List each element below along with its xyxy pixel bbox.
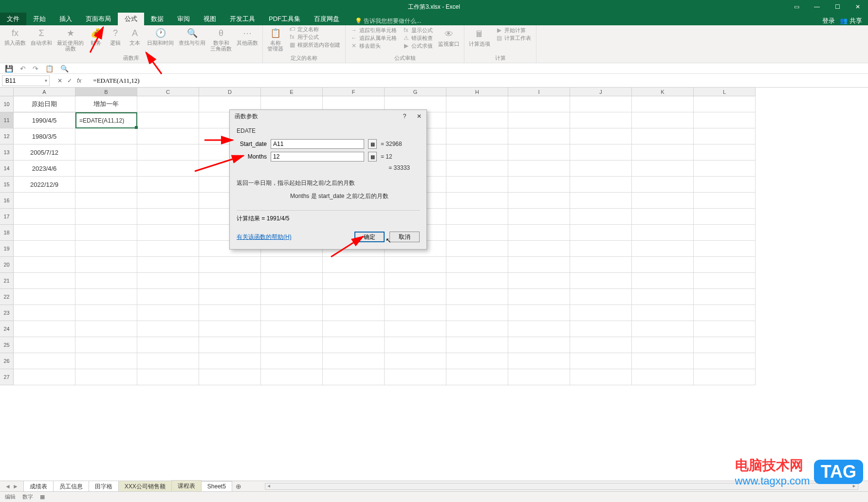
cell[interactable] <box>694 225 756 241</box>
cell[interactable] <box>694 353 756 369</box>
sheet-tab[interactable]: 员工信息 <box>53 481 89 492</box>
trace-dependents-button[interactable]: ←追踪从属单元格 <box>349 34 399 42</box>
cell[interactable] <box>137 177 199 193</box>
row-header[interactable]: 10 <box>0 96 14 112</box>
cell[interactable] <box>75 353 137 369</box>
cell[interactable] <box>261 257 323 273</box>
cell[interactable] <box>570 273 632 289</box>
cell[interactable] <box>632 128 694 144</box>
arg1-ref-icon[interactable]: ▦ <box>368 139 377 149</box>
cell[interactable] <box>385 305 446 321</box>
cell[interactable] <box>385 337 446 353</box>
cell[interactable] <box>508 112 570 128</box>
cell[interactable] <box>446 209 508 225</box>
row-header[interactable]: 18 <box>0 225 14 241</box>
close-button[interactable]: ✕ <box>848 0 868 14</box>
financial-button[interactable]: 💰财务 <box>87 25 105 48</box>
cell[interactable] <box>632 241 694 257</box>
cell[interactable] <box>14 305 75 321</box>
tab-home[interactable]: 开始 <box>26 13 53 25</box>
cell[interactable] <box>199 353 261 369</box>
sheet-tab[interactable]: Sheet5 <box>201 481 232 491</box>
column-header[interactable]: F <box>323 88 385 96</box>
cell[interactable] <box>14 337 75 353</box>
arg2-input[interactable] <box>271 152 364 161</box>
calc-now-button[interactable]: ▶开始计算 <box>494 26 533 34</box>
row-header[interactable]: 14 <box>0 161 14 177</box>
enter-formula-icon[interactable]: ✓ <box>67 77 72 84</box>
cell[interactable] <box>632 209 694 225</box>
cell[interactable] <box>694 96 756 112</box>
tab-review[interactable]: 审阅 <box>170 13 197 25</box>
cell[interactable] <box>632 305 694 321</box>
cell[interactable]: 1980/3/5 <box>14 128 75 144</box>
name-box[interactable]: B11 <box>2 75 50 86</box>
cell[interactable] <box>75 321 137 337</box>
cell[interactable] <box>694 241 756 257</box>
cell[interactable] <box>446 112 508 128</box>
qa-icon[interactable]: 📋 <box>45 65 54 72</box>
cell[interactable] <box>508 353 570 369</box>
cell[interactable] <box>570 177 632 193</box>
tab-insert[interactable]: 插入 <box>53 13 79 25</box>
cell[interactable]: 2022/12/9 <box>14 177 75 193</box>
cell[interactable] <box>199 337 261 353</box>
lookup-button[interactable]: 🔍查找与引用 <box>177 25 207 48</box>
calc-options-button[interactable]: 🖩计算选项 <box>467 26 492 49</box>
cell[interactable] <box>137 337 199 353</box>
column-header[interactable]: G <box>385 88 446 96</box>
cell[interactable] <box>508 96 570 112</box>
qa-icon2[interactable]: 🔍 <box>60 65 69 72</box>
cell[interactable] <box>75 193 137 209</box>
cell[interactable] <box>385 289 446 305</box>
cell[interactable] <box>570 161 632 177</box>
cell[interactable] <box>446 193 508 209</box>
cell[interactable] <box>261 305 323 321</box>
cell[interactable] <box>446 305 508 321</box>
cell[interactable]: 2023/4/6 <box>14 161 75 177</box>
cell[interactable] <box>14 209 75 225</box>
column-header[interactable]: D <box>199 88 261 96</box>
cell[interactable] <box>632 193 694 209</box>
cell[interactable] <box>137 257 199 273</box>
formula-input[interactable]: =EDATE(A11,12) <box>89 75 868 86</box>
add-sheet-button[interactable]: ⊕ <box>232 483 245 490</box>
remove-arrows-button[interactable]: ✕移去箭头 <box>349 42 399 50</box>
column-header[interactable]: A <box>14 88 75 96</box>
cell[interactable] <box>323 273 385 289</box>
cell[interactable] <box>570 193 632 209</box>
cell[interactable] <box>385 321 446 337</box>
cell[interactable] <box>261 273 323 289</box>
cell[interactable] <box>323 289 385 305</box>
cell[interactable]: =EDATE(A11,12) <box>75 112 137 128</box>
cell[interactable] <box>199 257 261 273</box>
cell[interactable] <box>508 225 570 241</box>
row-header[interactable]: 15 <box>0 177 14 193</box>
cell[interactable] <box>632 161 694 177</box>
cell[interactable] <box>508 177 570 193</box>
arg1-input[interactable] <box>271 139 364 149</box>
redo-icon[interactable]: ↷ <box>33 65 38 72</box>
cell[interactable] <box>137 128 199 144</box>
column-header[interactable]: I <box>508 88 570 96</box>
cell[interactable] <box>75 177 137 193</box>
help-link[interactable]: 有关该函数的帮助(H) <box>237 233 292 241</box>
cell[interactable] <box>508 273 570 289</box>
column-header[interactable]: B <box>75 88 137 96</box>
evaluate-formula-button[interactable]: ▶公式求值 <box>401 42 435 50</box>
cell[interactable] <box>75 273 137 289</box>
cell[interactable] <box>446 225 508 241</box>
cell[interactable] <box>508 289 570 305</box>
cell[interactable] <box>570 305 632 321</box>
tab-dev[interactable]: 开发工具 <box>223 13 262 25</box>
watch-window-button[interactable]: 👁监视窗口 <box>437 26 461 49</box>
cell[interactable] <box>508 257 570 273</box>
cell[interactable] <box>446 273 508 289</box>
column-header[interactable]: K <box>632 88 694 96</box>
tab-baidu[interactable]: 百度网盘 <box>307 13 346 25</box>
cell[interactable] <box>632 369 694 385</box>
cell[interactable] <box>261 321 323 337</box>
minimize-button[interactable]: — <box>807 0 827 14</box>
fx-formula-icon[interactable]: fx <box>77 77 81 84</box>
cell[interactable] <box>570 241 632 257</box>
